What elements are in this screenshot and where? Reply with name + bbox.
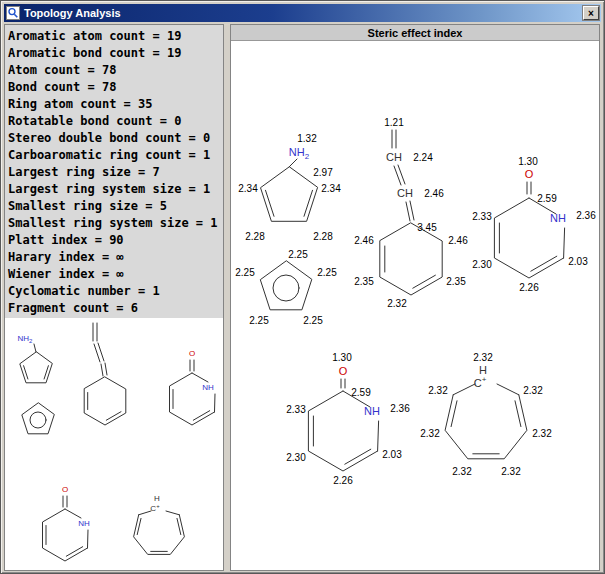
left-panel: Aromatic atom count = 19 Aromatic bond c… bbox=[4, 24, 224, 571]
steric-value: 2.26 bbox=[333, 475, 353, 486]
steric-value: 2.24 bbox=[413, 152, 433, 163]
o-label: O bbox=[339, 365, 348, 377]
metric-line: Harary index = ∞ bbox=[8, 249, 221, 266]
metric-line: Wiener index = ∞ bbox=[8, 266, 221, 283]
c-plus-label: C+ bbox=[474, 375, 487, 389]
steric-value: 2.30 bbox=[472, 259, 492, 270]
metric-line: Largest ring size = 7 bbox=[8, 164, 221, 181]
molecule-tropylium: 2.32 H C+ 2.32 2.32 2.32 2.32 2.32 2.32 bbox=[420, 352, 552, 477]
bonds bbox=[380, 223, 442, 295]
metric-line: Smallest ring size = 5 bbox=[8, 198, 221, 215]
steric-value: 2.30 bbox=[286, 452, 306, 463]
ch-label: CH bbox=[397, 187, 413, 199]
molecule-aminocyclopentadiene: 1.32 NH2 2.97 2.34 2.34 2.28 2.28 bbox=[238, 133, 341, 242]
steric-value: 2.46 bbox=[424, 188, 444, 199]
steric-value: 2.32 bbox=[420, 428, 440, 439]
steric-value: 2.32 bbox=[501, 466, 521, 477]
aromatic-circle bbox=[30, 412, 46, 428]
metric-line: Stereo double bond count = 0 bbox=[8, 130, 221, 147]
steric-value: 2.36 bbox=[390, 403, 410, 414]
c-plus-label: C+ bbox=[150, 503, 160, 513]
steric-value: 2.03 bbox=[382, 449, 402, 460]
steric-value: 2.03 bbox=[568, 256, 588, 267]
steric-value: 2.59 bbox=[537, 193, 557, 204]
bonds bbox=[260, 261, 311, 310]
aromatic-circle bbox=[273, 275, 299, 301]
metric-line: Smallest ring system size = 1 bbox=[8, 215, 221, 232]
molecule-thumbnails: NH2 O NH O NH H C+ bbox=[5, 319, 223, 570]
metric-line: Aromatic bond count = 19 bbox=[8, 45, 221, 62]
steric-value: 1.32 bbox=[297, 133, 317, 144]
steric-panel: 1.32 NH2 2.97 2.34 2.34 2.28 2.28 1.21 C… bbox=[230, 24, 600, 571]
bonds bbox=[394, 165, 405, 185]
steric-value: 2.25 bbox=[317, 267, 337, 278]
bonds bbox=[84, 323, 126, 425]
thumb-cyclopentadienyl bbox=[22, 403, 54, 434]
molecule-pyridone-1: 1.30 O NH 2.59 2.36 2.33 2.30 2.03 2.26 bbox=[472, 156, 596, 293]
steric-value: 2.25 bbox=[303, 315, 323, 326]
steric-value: 2.46 bbox=[448, 235, 468, 246]
steric-value: 2.34 bbox=[321, 183, 341, 194]
nh-label: NH bbox=[550, 212, 566, 224]
steric-value: 1.30 bbox=[332, 352, 352, 363]
nh-label: NH bbox=[364, 405, 380, 417]
ch-label: CH bbox=[386, 151, 402, 163]
h-label: H bbox=[154, 494, 160, 503]
thumb-pyridone-2: O NH bbox=[43, 485, 90, 561]
bonds bbox=[43, 496, 89, 561]
metric-line: Largest ring system size = 1 bbox=[8, 181, 221, 198]
steric-value: 2.32 bbox=[473, 352, 493, 363]
molecule-pyridone-2: 1.30 O NH 2.59 2.36 2.33 2.30 2.03 2.26 bbox=[286, 352, 410, 486]
steric-value: 2.33 bbox=[286, 404, 306, 415]
app-icon bbox=[6, 6, 20, 20]
o-label: O bbox=[62, 485, 68, 494]
steric-value: 2.25 bbox=[288, 249, 308, 260]
metric-line: Atom count = 78 bbox=[8, 62, 221, 79]
bonds bbox=[20, 344, 52, 383]
o-label: O bbox=[189, 349, 195, 358]
steric-value: 1.21 bbox=[384, 117, 404, 128]
steric-value: 2.32 bbox=[452, 466, 472, 477]
metric-line: Cyclomatic number = 1 bbox=[8, 283, 221, 300]
steric-value: 2.34 bbox=[238, 183, 258, 194]
steric-canvas: 1.32 NH2 2.97 2.34 2.34 2.28 2.28 1.21 C… bbox=[231, 25, 599, 570]
metric-line: Platt index = 90 bbox=[8, 232, 221, 249]
bonds bbox=[406, 201, 414, 221]
metric-line: Ring atom count = 35 bbox=[8, 96, 221, 113]
window-title: Topology Analysis bbox=[24, 7, 583, 19]
thumb-tropylium: H C+ bbox=[134, 494, 185, 554]
thumb-pyridone-1: O NH bbox=[170, 349, 216, 425]
steric-value: 2.26 bbox=[519, 282, 539, 293]
topology-analysis-window: Topology Analysis × Aromatic atom count … bbox=[0, 0, 605, 574]
steric-value: 2.25 bbox=[249, 315, 269, 326]
steric-value: 2.97 bbox=[313, 167, 333, 178]
metric-line: Rotatable bond count = 0 bbox=[8, 113, 221, 130]
steric-value: 2.28 bbox=[245, 231, 265, 242]
metric-line: Bond count = 78 bbox=[8, 79, 221, 96]
metric-line: Fragment count = 6 bbox=[8, 300, 221, 317]
bonds bbox=[445, 384, 527, 459]
metrics-list: Aromatic atom count = 19 Aromatic bond c… bbox=[5, 25, 223, 318]
steric-value: 2.35 bbox=[446, 276, 466, 287]
steric-value: 2.32 bbox=[428, 385, 448, 396]
molecule-cumulene: 1.21 CH 2.24 CH 2.46 3.45 2.46 2.46 2.35… bbox=[354, 117, 468, 309]
thumb-cumulene bbox=[84, 323, 126, 425]
bonds bbox=[392, 130, 396, 148]
steric-value: 2.33 bbox=[472, 211, 492, 222]
close-button[interactable]: × bbox=[583, 6, 599, 20]
steric-value: 2.32 bbox=[532, 428, 552, 439]
steric-value: 2.36 bbox=[576, 210, 596, 221]
nh-label: NH bbox=[202, 383, 214, 392]
steric-value: 2.46 bbox=[354, 235, 374, 246]
steric-value: 1.30 bbox=[518, 156, 538, 167]
steric-value: 2.59 bbox=[351, 387, 371, 398]
bonds bbox=[261, 159, 318, 221]
bonds bbox=[134, 511, 185, 554]
steric-value: 2.28 bbox=[313, 231, 333, 242]
titlebar[interactable]: Topology Analysis × bbox=[4, 4, 601, 22]
bonds bbox=[22, 403, 54, 434]
metric-line: Carboaromatic ring count = 1 bbox=[8, 147, 221, 164]
steric-value: 2.32 bbox=[387, 298, 407, 309]
steric-value: 2.32 bbox=[523, 385, 543, 396]
o-label: O bbox=[525, 168, 534, 180]
